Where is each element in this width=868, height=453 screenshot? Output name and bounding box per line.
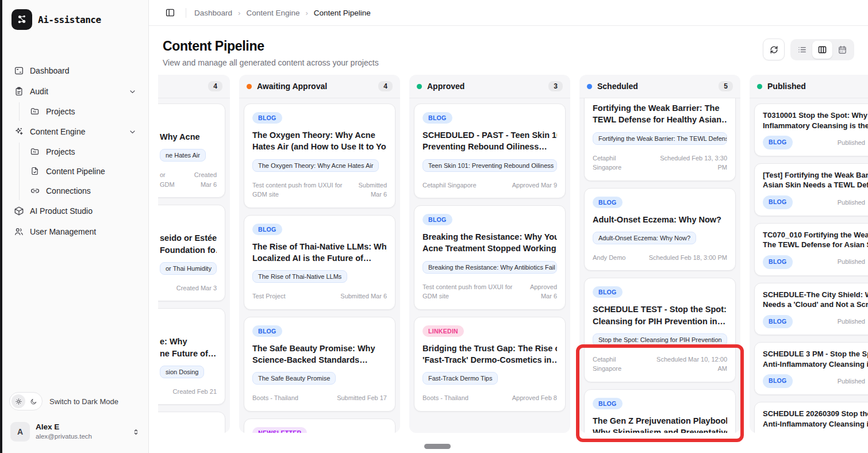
card-title: Bridging the Trust Gap: The Rise of'Fast… xyxy=(423,343,557,366)
column-title: Approved xyxy=(427,82,464,91)
kanban-card[interactable]: NEWSLETTERTropical Skin Science: Solving… xyxy=(244,419,395,433)
chevron-down-icon[interactable] xyxy=(128,87,137,96)
card-project-name: Boots - Thailand xyxy=(252,393,298,403)
chevrons-up-down-icon xyxy=(132,428,140,436)
sidebar-item-label: Content Pipeline xyxy=(46,167,105,176)
card-status-date: Approved Mar 6 xyxy=(521,282,557,301)
card-project-name: Test content push from UXUI for GDM site xyxy=(423,282,517,301)
folder-icon xyxy=(30,147,40,157)
theme-toggle[interactable]: Switch to Dark Mode xyxy=(9,392,141,410)
sidebar-item-audit[interactable]: Audit xyxy=(9,82,141,101)
kanban-card[interactable]: Fortifying the Weak Barrier: TheTEWL Def… xyxy=(584,98,736,181)
sidebar-item-dashboard[interactable]: Dashboard xyxy=(9,61,141,80)
column-cards: BLOGSCHEDULED - PAST - Teen Skin 101:Pre… xyxy=(409,98,570,433)
column-header: Published25 xyxy=(750,75,868,98)
content-type-badge: LINKEDIN xyxy=(423,325,464,337)
sidebar-item-label: Projects xyxy=(46,107,75,116)
status-dot xyxy=(417,84,422,89)
kanban-card[interactable]: BLOGSCHEDULED - PAST - Teen Skin 101:Pre… xyxy=(414,103,566,198)
kanban-card[interactable]: BLOGThe Rise of Thai-Native LLMs: WhyLoc… xyxy=(244,215,395,310)
kanban-card[interactable]: SCHEDULE-The City Shield: Why SkinNeeds … xyxy=(754,283,868,336)
sidebar-item-ai-product-studio[interactable]: AI Product Studio xyxy=(9,201,141,221)
user-menu[interactable]: A Alex E alex@privatus.tech xyxy=(9,420,141,444)
kanban-card[interactable]: BLOGThe Safe Beauty Promise: WhyScience-… xyxy=(244,317,395,412)
calendar-view-icon[interactable] xyxy=(832,41,852,59)
kanban-card[interactable]: SCHEDULE 20260309 Stop the Spot:Anti-Inf… xyxy=(754,402,868,433)
audit-icon xyxy=(14,86,24,97)
breadcrumb-content-engine[interactable]: Content Engine xyxy=(246,9,299,17)
kanban-card[interactable]: [Test] Fortifying the Weak Barrier:Asian… xyxy=(754,163,868,216)
sun-icon[interactable] xyxy=(11,394,25,408)
card-project-name: Test content push from UXUI for GDM site xyxy=(252,181,345,199)
chevron-right-icon: › xyxy=(305,9,308,17)
sidebar-item-content-engine[interactable]: Content Engine xyxy=(9,122,141,141)
kanban-card[interactable]: SCHEDULE 3 PM - Stop the Spot: WhyAnti-I… xyxy=(754,342,868,395)
kanban-card[interactable]: BLOGBreaking the Resistance: Why YourAcn… xyxy=(414,205,566,310)
folder-icon xyxy=(30,106,40,117)
topic-tag: Stop the Spot: Cleansing for PIH Prevent… xyxy=(593,333,727,346)
kanban-card[interactable]: BLOGThe Gen Z Prejuvenation Playbook:Why… xyxy=(584,389,736,433)
card-title: [Test] Fortifying the Weak Barrier:Asian… xyxy=(763,170,868,190)
kanban-card[interactable]: tive GearHow Bold… xyxy=(158,412,225,433)
card-status-date: Created Mar 3 xyxy=(176,283,217,293)
breadcrumb-dashboard[interactable]: Dashboard xyxy=(194,9,232,17)
card-project-name: Test Project xyxy=(252,291,285,301)
kanban-card[interactable]: Why Acnene Hates Airor GDMCreated Mar 6 xyxy=(158,103,225,198)
card-footer: Cetaphil SingaporeScheduled Feb 13, 3:30… xyxy=(593,153,727,172)
card-title: SCHEDULE-The City Shield: Why SkinNeeds … xyxy=(763,290,868,310)
topic-tag: The Safe Beauty Promise xyxy=(252,372,336,385)
kanban-card[interactable]: seido or EstéeFoundation fo…or Thai Humi… xyxy=(158,205,225,301)
refresh-button[interactable] xyxy=(763,39,785,60)
horizontal-scrollbar-thumb[interactable] xyxy=(424,444,451,449)
topic-tag: ne Hates Air xyxy=(160,149,206,162)
card-title: The Safe Beauty Promise: WhyScience-Back… xyxy=(252,343,387,366)
chevron-down-icon[interactable] xyxy=(128,128,137,136)
sidebar: Ai-ssistance DashboardAuditProjectsConte… xyxy=(0,0,149,453)
sidebar-item-user-management[interactable]: User Management xyxy=(9,222,141,241)
status-dot xyxy=(247,84,252,89)
content-type-badge: BLOG xyxy=(763,136,793,149)
screen-edge-strip xyxy=(0,0,2,453)
file-icon xyxy=(30,166,40,176)
sidebar-nav: DashboardAuditProjectsContent EngineProj… xyxy=(9,61,141,392)
breadcrumb: Dashboard › Content Engine › Content Pip… xyxy=(194,9,371,17)
columns-view-icon[interactable] xyxy=(812,41,832,59)
column-scheduled: Scheduled5Fortifying the Weak Barrier: T… xyxy=(579,75,740,433)
kanban-card[interactable]: TC070_010 Fortifying the Weak Barrier:Th… xyxy=(754,223,868,276)
sidebar-item-label: Projects xyxy=(46,147,75,156)
card-status-date: Approved Mar 9 xyxy=(512,181,557,190)
kanban-card[interactable]: BLOGThe Oxygen Theory: Why AcneHates Air… xyxy=(244,103,395,208)
sidebar-toggle-icon[interactable] xyxy=(163,5,178,20)
card-status-date: Published xyxy=(838,198,865,208)
content-type-badge: BLOG xyxy=(252,112,282,124)
kanban-card[interactable]: BLOGAdult-Onset Eczema: Why Now?Adult-On… xyxy=(584,188,736,271)
sidebar-item-content-pipeline[interactable]: Content Pipeline xyxy=(25,162,141,181)
sidebar-item-connections[interactable]: Connections xyxy=(25,182,141,200)
card-footer: Test content push from UXUI for GDM site… xyxy=(423,282,557,301)
topic-tag: The Rise of Thai-Native LLMs xyxy=(252,270,347,283)
page-title: Content Pipeline xyxy=(163,39,379,54)
card-status-date: Submitted Mar 6 xyxy=(350,181,387,199)
card-title: SCHEDULE 20260309 Stop the Spot:Anti-Inf… xyxy=(763,409,868,429)
column-cards: BLOGThe Oxygen Theory: Why AcneHates Air… xyxy=(239,98,400,433)
badge-spacer xyxy=(160,420,217,433)
sidebar-item-projects[interactable]: Projects xyxy=(25,102,141,121)
card-title: The Oxygen Theory: Why AcneHates Air (an… xyxy=(252,129,387,153)
kanban-card[interactable]: e: Whyne Future of…sion DosingCreated Fe… xyxy=(158,308,225,405)
card-title: SCHEDULE 3 PM - Stop the Spot: WhyAnti-I… xyxy=(763,349,868,369)
sidebar-item-label: AI Product Studio xyxy=(30,206,93,216)
kanban-card[interactable]: BLOGSCHEDULE TEST - Stop the Spot:Cleans… xyxy=(584,278,736,382)
moon-icon[interactable] xyxy=(26,394,40,408)
kanban-card[interactable]: LINKEDINBridging the Trust Gap: The Rise… xyxy=(414,317,566,412)
view-switcher xyxy=(790,39,854,60)
card-title: Fortifying the Weak Barrier: TheTEWL Def… xyxy=(593,102,727,126)
content-type-badge: BLOG xyxy=(252,224,282,235)
card-title: Breaking the Resistance: Why YourAcne Tr… xyxy=(423,231,557,255)
content-type-badge: BLOG xyxy=(763,255,793,269)
content-type-badge: BLOG xyxy=(423,112,452,124)
content-type-badge: BLOG xyxy=(763,315,793,329)
card-status-date: Scheduled Feb 18, 3:00 PM xyxy=(649,253,727,263)
sidebar-item-projects[interactable]: Projects xyxy=(25,143,141,161)
list-view-icon[interactable] xyxy=(792,41,812,59)
kanban-card[interactable]: T0310001 Stop the Spot: Why Anti-Inflamm… xyxy=(754,103,868,156)
